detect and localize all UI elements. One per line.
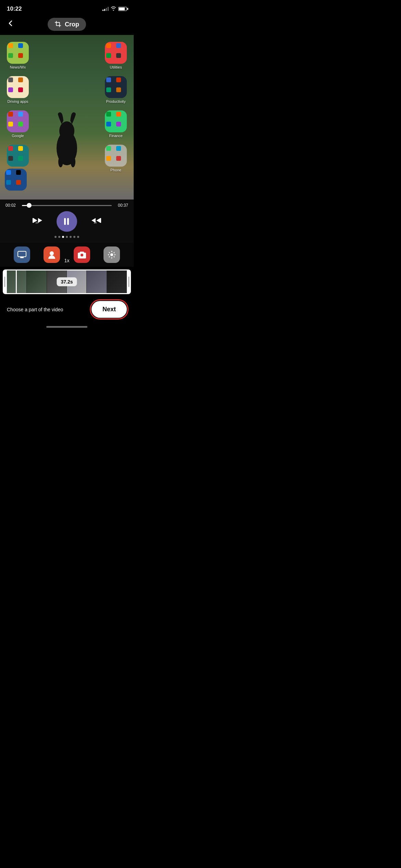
- timeline-frames[interactable]: 37.2s: [7, 269, 127, 294]
- frame-thumb-5: [87, 270, 107, 293]
- dot-6: [73, 236, 75, 238]
- folder-driving: Driving apps: [7, 76, 29, 104]
- dog-silhouette: [46, 104, 87, 172]
- total-time: 00:37: [114, 203, 128, 208]
- timeline-container: 37.2s: [0, 267, 134, 296]
- frame-thumb-6: [107, 270, 127, 293]
- svg-point-4: [71, 156, 75, 167]
- pause-icon: [64, 218, 70, 225]
- folder-finance: Finance: [105, 110, 127, 138]
- playback-area: 00:02 00:37 10: [0, 200, 134, 243]
- dot-5: [70, 236, 72, 238]
- svg-rect-5: [33, 218, 34, 223]
- crop-label: Crop: [65, 21, 79, 28]
- svg-text:10: 10: [35, 221, 38, 224]
- page-dots: [5, 236, 128, 238]
- svg-point-12: [81, 254, 83, 256]
- dock-settings-icon: [104, 246, 120, 263]
- wifi-icon: [111, 6, 116, 12]
- forward-button[interactable]: 10: [91, 216, 101, 227]
- folder-news-wx: News/Wx: [7, 42, 29, 69]
- header: Crop: [0, 15, 134, 35]
- signal-icon: [102, 7, 109, 11]
- svg-point-1: [59, 121, 74, 141]
- choose-text: Choose a part of the video: [7, 307, 63, 312]
- timeline-handle-right[interactable]: [127, 269, 131, 294]
- svg-point-13: [110, 253, 113, 256]
- folder-label-news-wx: News/Wx: [10, 65, 26, 69]
- bottom-bar: Choose a part of the video Next: [0, 296, 134, 323]
- video-frame: News/Wx Utilities Driving apps: [0, 35, 134, 200]
- svg-point-11: [50, 251, 54, 255]
- dot-7: [77, 236, 79, 238]
- dock-contacts-icon: [44, 246, 60, 263]
- timeline-strip[interactable]: 37.2s: [3, 269, 131, 294]
- svg-point-2: [64, 152, 70, 165]
- pause-button[interactable]: [57, 211, 77, 232]
- folder-label-finance: Finance: [109, 134, 122, 138]
- video-container: News/Wx Utilities Driving apps: [0, 35, 134, 267]
- svg-point-3: [58, 156, 63, 167]
- timeline-handle-left[interactable]: [3, 269, 7, 294]
- progress-thumb[interactable]: [27, 203, 32, 208]
- battery-icon: [118, 7, 127, 11]
- status-icons: [102, 6, 127, 12]
- timeline-duration: 37.2s: [57, 277, 77, 286]
- frame-thumb-1: [7, 270, 27, 293]
- dock-tv-icon: [14, 246, 30, 263]
- dock-strip: 1x: [0, 243, 134, 267]
- status-time: 10:22: [7, 5, 22, 12]
- home-bar: [46, 326, 87, 328]
- folder-social: [5, 169, 27, 191]
- back-button[interactable]: [5, 18, 16, 31]
- current-time: 00:02: [5, 203, 19, 208]
- folder-google: Google: [7, 110, 29, 138]
- dot-1: [54, 236, 57, 238]
- dot-2: [58, 236, 60, 238]
- next-button[interactable]: Next: [92, 301, 127, 318]
- folder-label-utilities: Utilities: [110, 65, 122, 69]
- dot-4: [66, 236, 68, 238]
- status-bar: 10:22: [0, 0, 134, 15]
- speed-label[interactable]: 1x: [64, 258, 70, 263]
- svg-rect-9: [18, 251, 26, 257]
- folder-label-phone: Phone: [110, 168, 121, 172]
- folder-phone: Phone: [105, 145, 127, 172]
- home-indicator: [0, 323, 134, 330]
- controls-row: 10 10: [5, 211, 128, 232]
- folder-camera: Camera: [7, 145, 29, 172]
- crop-icon: [54, 21, 62, 28]
- frame-thumb-2: [27, 270, 47, 293]
- rewind-button[interactable]: 10: [33, 216, 43, 227]
- folder-label-productivity: Productivity: [106, 99, 126, 104]
- svg-text:10: 10: [94, 221, 97, 224]
- svg-rect-7: [100, 218, 101, 223]
- dock-camera-icon: [74, 246, 90, 263]
- progress-track[interactable]: [22, 205, 112, 206]
- folder-utilities: Utilities: [105, 42, 127, 69]
- crop-pill[interactable]: Crop: [48, 18, 86, 31]
- folder-label-google: Google: [12, 134, 24, 138]
- svg-rect-10: [20, 257, 24, 258]
- dot-3: [62, 236, 64, 238]
- folder-label-driving: Driving apps: [7, 99, 28, 104]
- progress-bar[interactable]: 00:02 00:37: [5, 203, 128, 208]
- folder-productivity: Productivity: [105, 76, 127, 104]
- timeline-playhead: [16, 270, 17, 293]
